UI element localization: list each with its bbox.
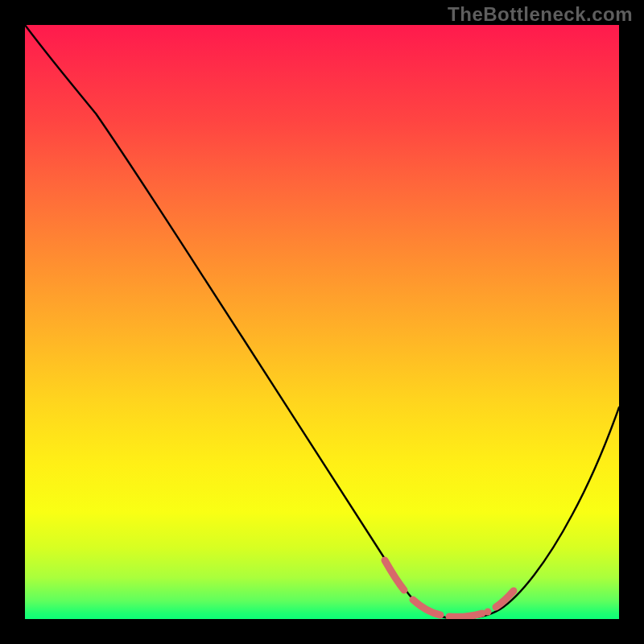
watermark-label: TheBottleneck.com — [448, 3, 633, 26]
curve-layer — [25, 25, 619, 619]
dash-segment — [413, 600, 440, 615]
dash-segment — [385, 560, 404, 590]
plot-area — [25, 25, 619, 619]
dash-dot — [485, 609, 492, 616]
bottleneck-curve — [25, 25, 619, 618]
chart-container: TheBottleneck.com — [0, 0, 644, 644]
dash-segment — [496, 591, 514, 607]
sweet-spot-highlight — [385, 560, 514, 617]
dash-segment — [449, 613, 482, 617]
